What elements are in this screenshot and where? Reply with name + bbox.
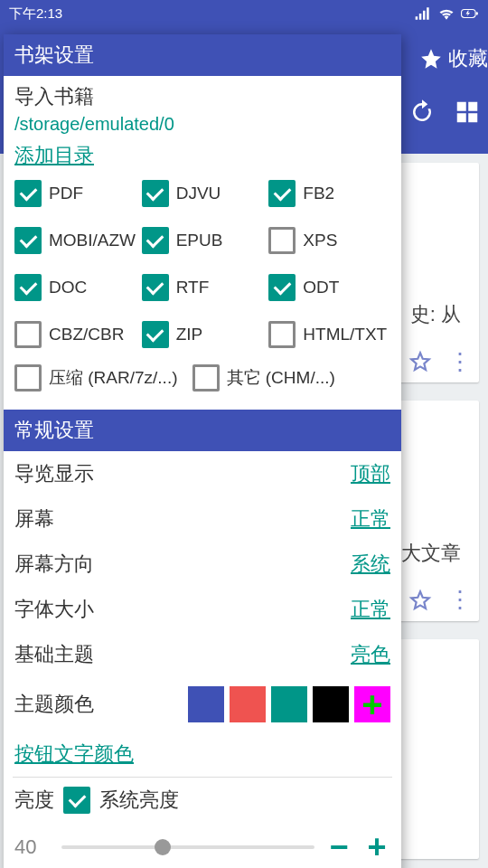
- format-other[interactable]: 其它 (CHM/...): [192, 364, 335, 392]
- checkbox[interactable]: [14, 274, 42, 301]
- import-path[interactable]: /storage/emulated/0: [14, 114, 390, 135]
- brightness-value: 40: [14, 835, 51, 859]
- book-title: 史: 从: [410, 301, 461, 328]
- theme-color-row: 主题颜色 +: [4, 677, 401, 731]
- checkbox[interactable]: [268, 321, 296, 348]
- system-brightness-checkbox[interactable]: [63, 787, 90, 814]
- checkbox[interactable]: [14, 364, 42, 392]
- add-dir-link[interactable]: 添加目录: [14, 142, 94, 169]
- format-html-txt[interactable]: HTML/TXT: [268, 321, 390, 348]
- format-djvu[interactable]: DJVU: [142, 180, 264, 207]
- format-zip[interactable]: ZIP: [142, 321, 264, 348]
- book-title: 大文章: [401, 540, 461, 567]
- svg-rect-5: [468, 113, 477, 122]
- checkbox[interactable]: [142, 180, 169, 207]
- favorites-tab[interactable]: 收藏: [419, 45, 488, 72]
- color-swatch[interactable]: [188, 686, 224, 722]
- color-swatch[interactable]: [313, 686, 349, 722]
- brightness-minus[interactable]: −: [325, 828, 352, 866]
- format-cbz-cbr[interactable]: CBZ/CBR: [14, 321, 136, 348]
- pref-row[interactable]: 屏幕正常: [4, 496, 401, 542]
- signal-icon: [414, 5, 432, 23]
- brightness-plus[interactable]: +: [363, 828, 390, 866]
- brightness-slider-row: 40 − +: [4, 823, 401, 868]
- checkbox[interactable]: [14, 227, 42, 254]
- checkbox[interactable]: [14, 321, 42, 348]
- format-epub[interactable]: EPUB: [142, 227, 264, 254]
- svg-rect-2: [457, 102, 466, 111]
- svg-rect-4: [457, 113, 466, 122]
- general-settings-header: 常规设置: [4, 410, 401, 451]
- more-icon[interactable]: ⋮: [448, 595, 470, 604]
- star-icon: [419, 47, 443, 71]
- pref-row[interactable]: 导览显示顶部: [4, 451, 401, 496]
- svg-rect-3: [468, 102, 477, 111]
- button-text-color-link[interactable]: 按钮文字颜色: [14, 742, 134, 765]
- add-color-swatch[interactable]: +: [354, 686, 390, 722]
- checkbox[interactable]: [192, 364, 220, 392]
- battery-icon: [461, 5, 479, 23]
- pref-row[interactable]: 字体大小正常: [4, 587, 401, 632]
- format-rtf[interactable]: RTF: [142, 274, 264, 301]
- checkbox[interactable]: [268, 274, 296, 301]
- pref-row[interactable]: 基础主题亮色: [4, 632, 401, 677]
- format-pdf[interactable]: PDF: [14, 180, 136, 207]
- format-odt[interactable]: ODT: [268, 274, 390, 301]
- brightness-row: 亮度 系统亮度: [4, 778, 401, 823]
- checkbox[interactable]: [268, 227, 296, 254]
- button-text-color-row: 按钮文字颜色: [4, 731, 401, 777]
- format-mobi-azw[interactable]: MOBI/AZW: [14, 227, 136, 254]
- status-time: 下午2:13: [9, 5, 62, 23]
- more-icon[interactable]: ⋮: [448, 357, 470, 366]
- format-doc[interactable]: DOC: [14, 274, 136, 301]
- pref-row[interactable]: 屏幕方向系统: [4, 542, 401, 587]
- pref-value[interactable]: 系统: [351, 551, 390, 578]
- shelf-settings-header: 书架设置: [4, 34, 401, 76]
- star-outline-icon[interactable]: [408, 350, 432, 373]
- pref-value[interactable]: 顶部: [351, 460, 390, 487]
- pref-value[interactable]: 正常: [351, 596, 390, 623]
- checkbox[interactable]: [268, 180, 296, 207]
- format-xps[interactable]: XPS: [268, 227, 390, 254]
- checkbox[interactable]: [14, 180, 42, 207]
- import-label: 导入书籍: [14, 83, 390, 110]
- grid-icon[interactable]: [454, 99, 481, 126]
- pref-value[interactable]: 亮色: [351, 641, 390, 668]
- format-compress[interactable]: 压缩 (RAR/7z/...): [14, 364, 178, 392]
- checkbox[interactable]: [142, 321, 169, 348]
- star-outline-icon[interactable]: [408, 589, 432, 612]
- checkbox[interactable]: [142, 274, 169, 301]
- format-fb2[interactable]: FB2: [268, 180, 390, 207]
- wifi-icon: [437, 5, 455, 23]
- color-swatch[interactable]: [230, 686, 266, 722]
- svg-rect-1: [476, 12, 478, 14]
- refresh-icon[interactable]: [408, 99, 436, 126]
- settings-panel: 书架设置 导入书籍 /storage/emulated/0 添加目录 PDFDJ…: [4, 34, 401, 868]
- pref-value[interactable]: 正常: [351, 505, 390, 533]
- brightness-slider[interactable]: [61, 845, 314, 849]
- color-swatch[interactable]: [271, 686, 307, 722]
- status-bar: 下午2:13: [0, 0, 488, 27]
- checkbox[interactable]: [142, 227, 169, 254]
